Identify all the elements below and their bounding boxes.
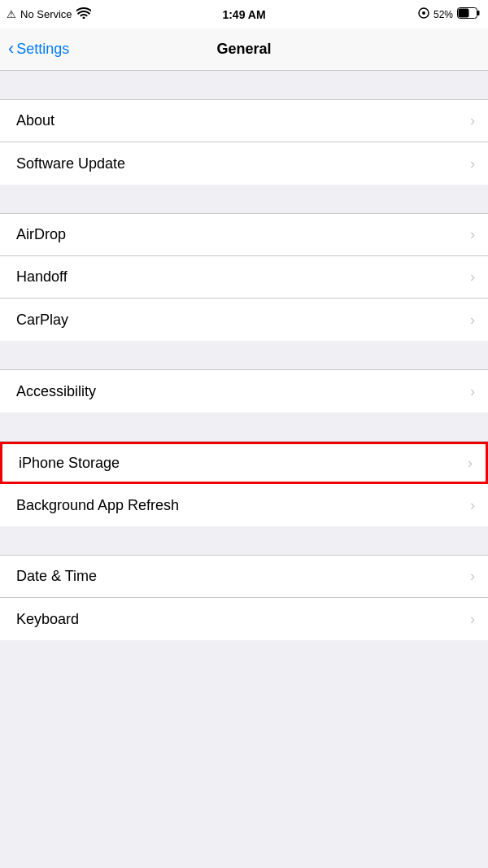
background-app-refresh-chevron-icon: › — [470, 497, 475, 514]
airdrop-label: AirDrop — [16, 226, 66, 243]
handoff-chevron-icon: › — [470, 268, 475, 286]
wifi-icon — [76, 7, 91, 21]
about-label: About — [16, 112, 54, 129]
svg-rect-4 — [459, 9, 469, 18]
accessibility-item[interactable]: Accessibility › — [0, 370, 488, 412]
carplay-item[interactable]: CarPlay › — [0, 299, 488, 341]
about-item[interactable]: About › — [0, 100, 488, 142]
settings-content: About › Software Update › AirDrop › Hand… — [0, 71, 488, 669]
date-time-chevron-icon: › — [470, 568, 475, 585]
back-chevron-icon: ‹ — [8, 40, 14, 58]
keyboard-chevron-icon: › — [470, 611, 475, 628]
accessibility-label: Accessibility — [16, 383, 96, 400]
date-time-item[interactable]: Date & Time › — [0, 556, 488, 598]
handoff-label: Handoff — [16, 268, 68, 286]
section-5: Date & Time › Keyboard › — [0, 555, 488, 640]
software-update-item[interactable]: Software Update › — [0, 142, 488, 185]
section-spacer-5 — [0, 526, 488, 555]
date-time-label: Date & Time — [16, 568, 97, 585]
software-update-chevron-icon: › — [470, 155, 475, 172]
section-2: AirDrop › Handoff › CarPlay › — [0, 213, 488, 341]
battery-icon — [457, 7, 480, 21]
airdrop-item[interactable]: AirDrop › — [0, 214, 488, 256]
background-app-refresh-label: Background App Refresh — [16, 497, 179, 514]
software-update-label: Software Update — [16, 155, 125, 172]
page-title: General — [216, 41, 271, 58]
section-spacer-4 — [0, 412, 488, 441]
airdrop-chevron-icon: › — [470, 226, 475, 243]
status-left: ⚠ No Service — [7, 7, 91, 21]
svg-point-1 — [422, 11, 425, 15]
section-4: iPhone Storage › Background App Refresh … — [0, 441, 488, 526]
about-chevron-icon: › — [470, 112, 475, 129]
section-spacer-3 — [0, 341, 488, 369]
battery-percent: 52% — [434, 9, 453, 20]
lock-icon — [418, 7, 429, 21]
svg-rect-3 — [477, 11, 480, 15]
carplay-chevron-icon: › — [470, 312, 475, 329]
handoff-item[interactable]: Handoff › — [0, 256, 488, 299]
status-bar: ⚠ No Service 1:49 AM 52% — [0, 0, 488, 28]
back-label: Settings — [16, 41, 69, 58]
background-app-refresh-item[interactable]: Background App Refresh › — [0, 484, 488, 526]
section-spacer-2 — [0, 185, 488, 213]
iphone-storage-label: iPhone Storage — [19, 455, 120, 472]
no-service-label: No Service — [20, 8, 72, 20]
warning-icon: ⚠ — [7, 8, 16, 20]
status-right: 52% — [418, 7, 480, 21]
status-time: 1:49 AM — [222, 8, 265, 21]
section-spacer-1 — [0, 71, 488, 99]
iphone-storage-item[interactable]: iPhone Storage › — [0, 442, 488, 484]
section-1: About › Software Update › — [0, 99, 488, 185]
accessibility-chevron-icon: › — [470, 383, 475, 400]
carplay-label: CarPlay — [16, 312, 68, 329]
keyboard-label: Keyboard — [16, 611, 79, 628]
nav-bar: ‹ Settings General — [0, 28, 488, 71]
section-3: Accessibility › — [0, 369, 488, 412]
iphone-storage-chevron-icon: › — [468, 455, 473, 472]
back-button[interactable]: ‹ Settings — [8, 41, 69, 58]
keyboard-item[interactable]: Keyboard › — [0, 598, 488, 640]
section-spacer-bottom — [0, 640, 488, 669]
